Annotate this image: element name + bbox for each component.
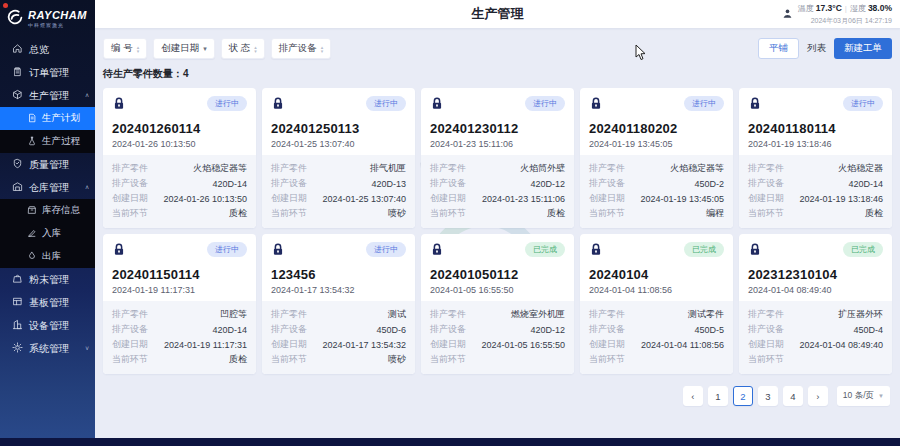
work-order-card[interactable]: 已完成 202401050112 2024-01-05 16:55:50 排产零… — [421, 234, 574, 374]
order-datetime: 2024-01-04 08:49:40 — [748, 285, 883, 295]
sidebar-subitem[interactable]: 生产过程 — [0, 130, 95, 153]
work-order-card[interactable]: 进行中 202401180202 2024-01-19 13:45:05 排产零… — [580, 88, 733, 228]
card-detail: 排产零件排气机匣 排产设备420D-13 创建日期2024-01-25 13:0… — [262, 155, 415, 228]
card-head: 进行中 123456 2024-01-17 13:54:32 — [262, 234, 415, 301]
sidebar-menu: 总览 订单管理 生产管理 ˄ 生产计划 生产过程 质量管理 仓库管理 ˄ 库存信… — [0, 38, 95, 360]
card-detail: 排产零件燃烧室外机匣 排产设备420D-12 创建日期2024-01-05 16… — [421, 301, 574, 374]
stage-value: 质检 — [229, 207, 247, 220]
lock-icon — [748, 96, 762, 115]
stage-value: 质检 — [865, 207, 883, 220]
brand-subtitle: 中科煜宸激光 — [28, 23, 87, 28]
order-icon — [12, 66, 23, 79]
created-value: 2024-01-23 15:11:06 — [482, 194, 565, 204]
sidebar-subitem[interactable]: 入库 — [0, 222, 95, 245]
part-value: 火焰稳定器等 — [670, 162, 724, 175]
page-button-4[interactable]: 4 — [783, 386, 803, 406]
created-label: 创建日期 — [748, 338, 784, 351]
sort-caret-icon: ▴▾ — [137, 45, 140, 53]
tile-view-button[interactable]: 平铺 — [758, 38, 799, 59]
sidebar-subitem-label: 生产计划 — [42, 112, 80, 125]
stage-label: 当前环节 — [112, 353, 148, 366]
lock-icon — [112, 96, 126, 115]
order-number: 202401250113 — [271, 121, 406, 136]
created-value: 2024-01-19 13:45:05 — [640, 194, 724, 204]
work-order-card[interactable]: 进行中 123456 2024-01-17 13:54:32 排产零件测试 排产… — [262, 234, 415, 374]
created-label: 创建日期 — [430, 338, 466, 351]
status-badge: 进行中 — [525, 96, 565, 111]
device-value: 450D-6 — [376, 325, 406, 335]
sidebar-item[interactable]: 总览 — [0, 38, 95, 61]
order-datetime: 2024-01-23 15:11:06 — [430, 139, 565, 149]
order-datetime: 2024-01-19 11:17:31 — [112, 285, 247, 295]
order-datetime: 2024-01-19 13:45:05 — [589, 139, 724, 149]
sidebar-subitem-label: 生产过程 — [42, 135, 80, 148]
card-head: 进行中 202401250113 2024-01-25 13:07:40 — [262, 88, 415, 155]
list-view-button[interactable]: 列表 — [807, 42, 826, 55]
brand-name: RAYCHAM — [28, 10, 87, 21]
environment-info: 温度17.3°C|湿度38.0% 2024年03月06日 14:27:19 — [782, 3, 892, 26]
sidebar-item[interactable]: 粉末管理 — [0, 268, 95, 291]
device-label: 排产设备 — [589, 323, 625, 336]
sidebar-subitem[interactable]: 生产计划 — [0, 107, 95, 130]
order-datetime: 2024-01-17 13:54:32 — [271, 285, 406, 295]
card-head: 已完成 20240104 2024-01-04 11:08:56 — [580, 234, 733, 301]
work-order-card[interactable]: 进行中 202401150114 2024-01-19 11:17:31 排产零… — [103, 234, 256, 374]
work-order-card[interactable]: 已完成 20240104 2024-01-04 11:08:56 排产零件测试零… — [580, 234, 733, 374]
stage-label: 当前环节 — [112, 207, 148, 220]
brand-logo[interactable]: RAYCHAM 中科煜宸激光 — [0, 0, 95, 34]
page-button-2[interactable]: 2 — [733, 386, 753, 406]
status-badge: 已完成 — [684, 242, 724, 257]
lock-icon — [748, 242, 762, 261]
created-label: 创建日期 — [271, 338, 307, 351]
sidebar-item[interactable]: 设备管理 — [0, 314, 95, 337]
prev-page-button[interactable]: ‹ — [683, 386, 703, 406]
sidebar-item-label: 基板管理 — [29, 296, 69, 310]
device-value: 420D-14 — [212, 325, 247, 335]
sidebar-item[interactable]: 质量管理 — [0, 153, 95, 176]
page-size-select[interactable]: 10 条/页▼ — [837, 386, 890, 406]
stage-value: 质检 — [229, 353, 247, 366]
sidebar-item[interactable]: 生产管理 ˄ — [0, 84, 95, 107]
status-badge: 已完成 — [843, 242, 883, 257]
sidebar-item[interactable]: 基板管理 — [0, 291, 95, 314]
stage-label: 当前环节 — [430, 207, 466, 220]
sidebar-item-label: 仓库管理 — [29, 181, 69, 195]
sort-button[interactable]: 创建日期 ▾ — [153, 38, 215, 59]
order-datetime: 2024-01-19 13:18:46 — [748, 139, 883, 149]
new-work-order-button[interactable]: 新建工单 — [834, 38, 892, 59]
sidebar-subitem[interactable]: 出库 — [0, 245, 95, 268]
page-button-3[interactable]: 3 — [758, 386, 778, 406]
sidebar-item[interactable]: 仓库管理 ˄ — [0, 176, 95, 199]
part-label: 排产零件 — [430, 308, 466, 321]
datetime-text: 2024年03月06日 14:27:19 — [798, 16, 892, 26]
work-order-card[interactable]: 进行中 202401250113 2024-01-25 13:07:40 排产零… — [262, 88, 415, 228]
user-icon[interactable] — [782, 5, 793, 23]
work-order-card[interactable]: 已完成 202312310104 2024-01-04 08:49:40 排产零… — [739, 234, 892, 374]
page-button-1[interactable]: 1 — [708, 386, 728, 406]
work-order-card[interactable]: 进行中 202401180114 2024-01-19 13:18:46 排产零… — [739, 88, 892, 228]
chevron-icon: ˅ — [85, 345, 89, 351]
sort-button[interactable]: 状 态 ▴▾ — [221, 38, 265, 59]
sidebar-item[interactable]: 订单管理 — [0, 61, 95, 84]
sidebar-item-label: 质量管理 — [29, 158, 69, 172]
order-number: 123456 — [271, 267, 406, 282]
sidebar-subitem-label: 库存信息 — [42, 204, 80, 217]
order-datetime: 2024-01-26 10:13:50 — [112, 139, 247, 149]
next-page-button[interactable]: › — [808, 386, 828, 406]
part-value: 扩压器外环 — [838, 308, 883, 321]
work-order-card[interactable]: 进行中 202401230112 2024-01-23 15:11:06 排产零… — [421, 88, 574, 228]
sort-button[interactable]: 排产设备 ▴▾ — [271, 38, 332, 59]
device-value: 420D-13 — [371, 179, 406, 189]
created-value: 2024-01-04 08:49:40 — [799, 340, 883, 350]
chevron-down-icon: ▼ — [878, 393, 884, 399]
chevron-icon: ˄ — [85, 184, 89, 190]
work-order-card[interactable]: 进行中 202401260114 2024-01-26 10:13:50 排产零… — [103, 88, 256, 228]
sidebar-item-label: 设备管理 — [29, 319, 69, 333]
status-badge: 进行中 — [843, 96, 883, 111]
status-badge: 进行中 — [366, 242, 406, 257]
sidebar-subitem[interactable]: 库存信息 — [0, 199, 95, 222]
sort-button[interactable]: 编 号 ▴▾ — [103, 38, 147, 59]
device-label: 排产设备 — [589, 177, 625, 190]
sidebar-item[interactable]: 系统管理 ˅ — [0, 337, 95, 360]
part-value: 火焰稳定器 — [838, 162, 883, 175]
